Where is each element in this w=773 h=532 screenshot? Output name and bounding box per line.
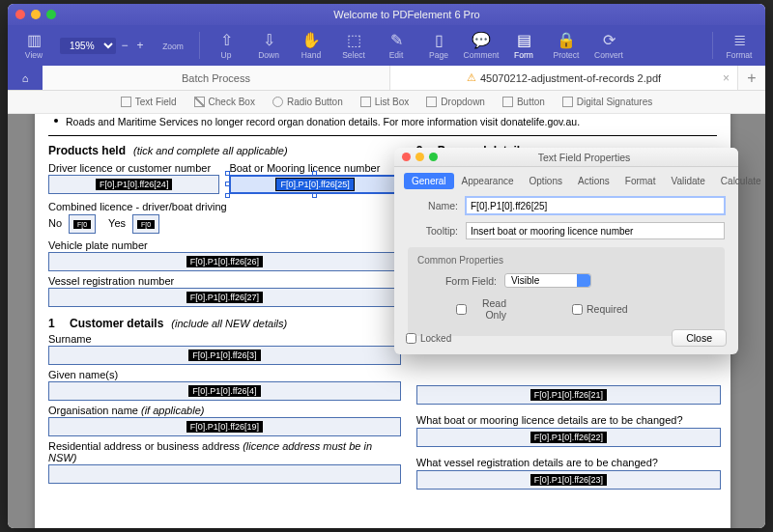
tool-check-box[interactable]: Check Box	[194, 97, 255, 107]
zoom-out-button[interactable]: −	[118, 39, 131, 52]
up-button[interactable]: ⇧Up	[206, 27, 246, 64]
field-no[interactable]: F[0	[69, 214, 96, 234]
page-icon: ▯	[430, 32, 447, 49]
panel-tab-format[interactable]: Format	[617, 173, 664, 189]
tab-bar: ⌂ Batch Process ⚠ 45070212-adjustment-of…	[8, 66, 765, 91]
close-tab-icon[interactable]: ×	[723, 71, 730, 85]
signature-icon	[562, 97, 573, 107]
locked-checkbox[interactable]: Locked	[406, 333, 451, 344]
formfield-select[interactable]: Visible	[504, 273, 591, 288]
field-vehicle-plate[interactable]: F[0].P1[0].ff26[26]	[48, 252, 401, 271]
field-boat-licence[interactable]: F[0].P1[0].ff26[25]	[229, 175, 400, 194]
label-given: Given name(s)	[48, 369, 401, 380]
home-tab[interactable]: ⌂	[8, 66, 43, 90]
cursor-icon: ⬚	[345, 32, 362, 49]
field-21[interactable]: F[0].P1[0].ff26[21]	[416, 385, 721, 405]
button-icon	[502, 97, 513, 107]
panel-titlebar[interactable]: Text Field Properties	[394, 148, 738, 167]
field-given[interactable]: F[0].P1[0].ff26[4]	[48, 381, 401, 401]
question-boat: What boat or mooring licence details are…	[416, 414, 721, 426]
required-checkbox[interactable]: Required	[572, 303, 622, 315]
convert-button[interactable]: ⟳Convert	[588, 27, 629, 64]
field-yes[interactable]: F[0	[132, 214, 159, 234]
field-vessel-reg[interactable]: F[0].P1[0].ff26[27]	[48, 288, 401, 307]
field-surname[interactable]: F[0].P1[0].ff26[3]	[48, 346, 401, 365]
close-button[interactable]: Close	[672, 329, 727, 347]
up-icon: ⇧	[217, 32, 235, 49]
note-donatelife: Roads and Maritime Services no longer re…	[35, 114, 730, 133]
label-vehicle-plate: Vehicle plate number	[48, 239, 401, 251]
question-vessel: What vessel registration details are to …	[416, 457, 721, 468]
label-residential: Residential address or business address …	[48, 440, 401, 463]
comment-icon: 💬	[472, 32, 490, 49]
label-combined: Combined licence - driver/boat driving	[48, 201, 401, 212]
panel-tabs: General Appearance Options Actions Forma…	[394, 167, 738, 189]
select-button[interactable]: ⬚Select	[333, 27, 374, 64]
checkbox-icon	[194, 97, 205, 107]
zoom-window[interactable]	[46, 10, 56, 19]
label-driver-licence: Driver licence or customer number	[48, 162, 219, 174]
lock-icon: 🔒	[558, 32, 575, 49]
label-boat-licence: Boat or Mooring licence number	[229, 162, 400, 174]
name-label: Name:	[408, 200, 458, 211]
field-org[interactable]: F[0].P1[0].ff26[19]	[48, 417, 401, 436]
readonly-checkbox[interactable]: Read Only	[456, 297, 506, 321]
tab-batch-process[interactable]: Batch Process	[43, 66, 390, 90]
tool-radio-button[interactable]: Radio Button	[272, 97, 343, 107]
close-window[interactable]	[15, 10, 25, 19]
hand-button[interactable]: ✋Hand	[291, 27, 331, 64]
format-icon: ≣	[730, 32, 748, 49]
section-products-title: Products held	[48, 144, 126, 157]
panel-tab-appearance[interactable]: Appearance	[454, 173, 522, 189]
panel-zoom-dot[interactable]	[429, 153, 438, 161]
text-field-properties-panel[interactable]: Text Field Properties General Appearance…	[394, 148, 738, 354]
panel-tab-actions[interactable]: Actions	[570, 173, 617, 189]
panel-min-dot[interactable]	[415, 153, 424, 161]
edit-button[interactable]: ✎Edit	[376, 27, 416, 64]
listbox-icon	[360, 97, 371, 107]
new-tab-button[interactable]: +	[738, 66, 765, 90]
panel-tab-options[interactable]: Options	[522, 173, 570, 189]
panel-close-dot[interactable]	[402, 153, 411, 161]
field-22[interactable]: F[0].P1[0].ff26[22]	[416, 428, 721, 447]
zoom-select[interactable]: 195%	[60, 38, 116, 54]
tooltip-label: Tooltip:	[408, 225, 458, 237]
form-button[interactable]: ▤Form	[503, 27, 544, 64]
textfield-icon	[121, 97, 131, 107]
form-icon: ▤	[515, 32, 532, 49]
panel-title: Text Field Properties	[438, 152, 730, 163]
field-residential[interactable]	[48, 464, 401, 484]
tool-list-box[interactable]: List Box	[360, 97, 410, 107]
tool-dropdown[interactable]: Dropdown	[426, 97, 485, 107]
edit-icon: ✎	[387, 32, 405, 49]
page-button[interactable]: ▯Page	[418, 27, 459, 64]
titlebar: Welcome to PDFelement 6 Pro	[8, 4, 765, 25]
label-vessel-reg: Vessel registration number	[48, 275, 401, 287]
tool-text-field[interactable]: Text Field	[121, 97, 177, 107]
tooltip-input[interactable]	[466, 222, 725, 239]
panel-tab-calculate[interactable]: Calculate	[713, 173, 765, 189]
format-button[interactable]: ≣Format	[719, 27, 759, 64]
down-icon: ⇩	[260, 32, 277, 49]
comment-button[interactable]: 💬Comment	[461, 27, 501, 64]
view-button[interactable]: ▥View	[14, 27, 54, 64]
panel-tab-general[interactable]: General	[404, 173, 454, 189]
panel-tab-validate[interactable]: Validate	[663, 173, 712, 189]
minimize-window[interactable]	[31, 10, 41, 19]
form-tools-bar: Text Field Check Box Radio Button List B…	[8, 91, 765, 114]
tool-signature[interactable]: Digital Signatures	[562, 97, 652, 107]
hand-icon: ✋	[302, 32, 320, 49]
tool-button[interactable]: Button	[502, 97, 545, 107]
field-driver-licence[interactable]: F[0].P1[0].ff26[24]	[48, 175, 219, 194]
tab-pdf-file[interactable]: ⚠ 45070212-adjustment-of-records 2.pdf ×	[390, 66, 738, 90]
view-icon: ▥	[25, 32, 43, 49]
field-23[interactable]: F[0].P1[0].ff26[23]	[416, 470, 721, 490]
window-title: Welcome to PDFelement 6 Pro	[56, 9, 758, 20]
zoom-in-button[interactable]: +	[133, 39, 147, 52]
name-input[interactable]	[466, 197, 725, 214]
zoom-label: Zoom	[153, 27, 193, 64]
dropdown-icon	[426, 97, 437, 107]
protect-button[interactable]: 🔒Protect	[546, 27, 587, 64]
label-org: Organisation name (if applicable)	[48, 405, 401, 416]
down-button[interactable]: ⇩Down	[248, 27, 289, 64]
